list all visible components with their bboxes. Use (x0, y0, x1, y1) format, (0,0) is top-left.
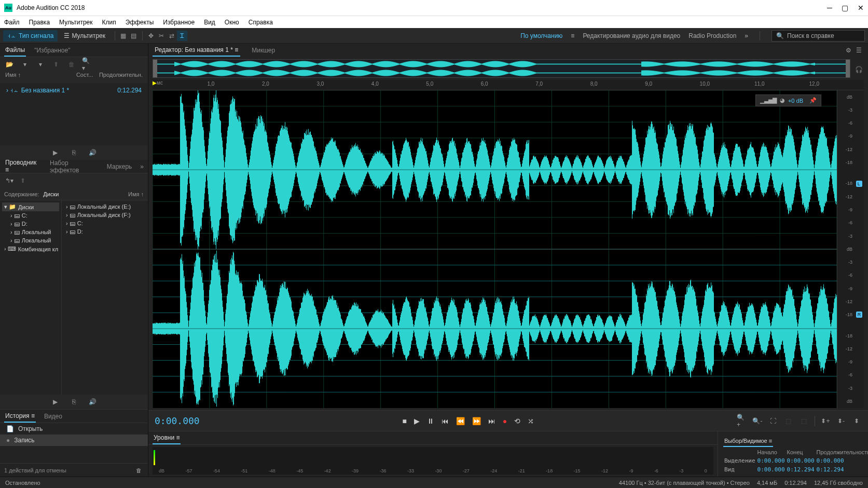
workspace-more-icon[interactable]: » (745, 32, 748, 39)
move-tool[interactable]: ✥ (146, 31, 156, 41)
list-item[interactable]: › 🖴 Локальный диск (F:) (64, 211, 146, 219)
zoom-full-icon[interactable]: ⛶ (768, 416, 778, 426)
tab-mixer[interactable]: Микшер (250, 45, 277, 56)
waveform-display[interactable]: ▁▃▅▇ ◕ +0 dB 📌 (153, 90, 837, 408)
workspace-default[interactable]: По умолчанию (520, 32, 562, 39)
record-button[interactable]: ● (503, 417, 507, 425)
list-item[interactable]: › 🖴 C: (64, 219, 146, 227)
workspace-editaudio[interactable]: Редактирование аудио для видео (583, 32, 680, 39)
play-icon[interactable]: ▶ (50, 147, 61, 158)
time-display[interactable]: 0:00.000 (155, 415, 200, 426)
zoom-out-amp-icon[interactable]: ⬍- (836, 416, 846, 426)
workspace-menu-icon[interactable]: ≡ (571, 32, 574, 39)
loop-button[interactable]: ⟲ (514, 417, 520, 425)
pause-button[interactable]: ⏸ (427, 417, 434, 425)
menu-effects[interactable]: Эффекты (126, 19, 154, 26)
tab-video[interactable]: Видео (43, 411, 63, 422)
razor-tool[interactable]: ✂ (156, 31, 167, 41)
menu-clip[interactable]: Клип (102, 19, 116, 26)
playhead-marker[interactable]: ▶мс (153, 80, 163, 86)
skip-selection-button[interactable]: ⤮ (528, 417, 534, 425)
overview-waveform[interactable] (153, 59, 850, 78)
tree-node[interactable]: ▾ 📁 Диски (2, 202, 59, 211)
play-icon[interactable]: ▶ (50, 397, 61, 407)
zoom-in-icon[interactable]: 🔍+ (737, 416, 747, 426)
tree-node[interactable]: › 🖴 Локальный (2, 236, 59, 245)
tree-node[interactable]: › ⌨ Комбинация кл (2, 245, 59, 253)
tab-levels[interactable]: Уровни ≡ (153, 432, 181, 444)
stop-button[interactable]: ■ (402, 417, 406, 425)
time-ruler[interactable]: ▶мс 1,02,03,04,05,06,07,08,09,010,011,01… (153, 80, 864, 90)
history-item[interactable]: 📄Открыть (0, 423, 148, 435)
col-duration[interactable]: Продолжительн. (99, 72, 143, 83)
loop-icon[interactable]: ⎘ (69, 147, 79, 158)
goto-end-button[interactable]: ⏭ (488, 417, 495, 425)
rewind-button[interactable]: ⏪ (456, 417, 465, 425)
sel-dur[interactable]: 0:00.000 (816, 456, 868, 465)
slip-tool[interactable]: ⇄ (167, 31, 177, 41)
sel-start[interactable]: 0:00.000 (756, 456, 786, 465)
multitrack-view-button[interactable]: ☰ Мультитрек (60, 30, 109, 42)
zoom-in-amp-icon[interactable]: ⬍+ (820, 416, 831, 426)
menu-multitrack[interactable]: Мультитрек (59, 19, 92, 26)
menu-file[interactable]: Файл (4, 19, 20, 26)
tab-history[interactable]: История ≡ (4, 410, 36, 423)
menu-favorites[interactable]: Избранное (163, 19, 195, 26)
history-item[interactable]: ●Запись (0, 435, 148, 446)
panel-menu-icon[interactable]: ☰ (853, 45, 864, 56)
zoom-reset-amp-icon[interactable]: ⬍ (851, 416, 862, 426)
autoplay-icon[interactable]: 🔊 (88, 147, 98, 158)
tree-node[interactable]: › 🖴 Локальный (2, 228, 59, 236)
file-row[interactable]: › ⫞⫠ Без названия 1 * 0:12.294 (2, 85, 146, 96)
maximize-button[interactable]: ▢ (842, 4, 848, 12)
headphones-icon[interactable]: 🎧 (853, 64, 864, 75)
goto-start-button[interactable]: ⏮ (442, 417, 449, 425)
list-item[interactable]: › 🖴 Локальный диск (E:) (64, 202, 146, 211)
zoom-out-icon[interactable]: 🔍- (752, 416, 763, 426)
forward-button[interactable]: ⏩ (472, 417, 481, 425)
menu-edit[interactable]: Правка (29, 19, 50, 26)
minimize-button[interactable]: ─ (827, 4, 832, 12)
tree-node[interactable]: › 🖴 D: (2, 220, 59, 228)
view-end[interactable]: 0:12.294 (786, 465, 816, 474)
nav-up-icon[interactable]: ↰▾ (4, 175, 15, 186)
view-dur[interactable]: 0:12.294 (816, 465, 868, 474)
time-selection-tool[interactable]: Ꮖ (177, 31, 187, 41)
spectral-pitch-button[interactable]: ▤ (129, 31, 139, 41)
autoplay-icon[interactable]: 🔊 (88, 397, 98, 407)
close-button[interactable]: ✕ (858, 4, 864, 12)
tree-node[interactable]: › 🖴 C: (2, 211, 59, 220)
view-start[interactable]: 0:00.000 (756, 465, 786, 474)
menu-help[interactable]: Справка (249, 19, 273, 26)
menu-view[interactable]: Вид (204, 19, 215, 26)
filter-icon[interactable]: 🔍▾ (82, 59, 92, 70)
workspace-radio[interactable]: Radio Production (688, 32, 736, 39)
overview-handle-left[interactable] (153, 60, 157, 77)
list-item[interactable]: › 🖴 D: (64, 227, 146, 236)
list-col-name[interactable]: Имя ↑ (128, 191, 144, 197)
open-file-icon[interactable]: 📂 (4, 59, 15, 70)
play-button[interactable]: ▶ (414, 417, 420, 425)
gear-icon[interactable]: ⚙ (843, 45, 853, 56)
content-value[interactable]: Диски (43, 191, 59, 197)
tab-favorites[interactable]: "Избранное" (33, 45, 71, 56)
loop-icon[interactable]: ⎘ (69, 397, 79, 407)
overview-handle-right[interactable] (846, 60, 850, 77)
menu-window[interactable]: Окно (225, 19, 239, 26)
import-icon[interactable]: ▾ (35, 59, 46, 70)
sel-end[interactable]: 0:00.000 (786, 456, 816, 465)
more-tabs-icon[interactable]: » (140, 163, 144, 170)
trash-icon[interactable]: 🗑 (133, 465, 144, 476)
hud-overlay[interactable]: ▁▃▅▇ ◕ +0 dB 📌 (755, 94, 821, 106)
new-file-icon[interactable]: ▾ (20, 59, 30, 70)
tab-editor[interactable]: Редактор: Без названия 1 * ≡ (153, 44, 240, 57)
spectral-freq-button[interactable]: ▦ (118, 31, 129, 41)
tab-markers[interactable]: Маркерь (106, 161, 133, 172)
col-name[interactable]: Имя ↑ (5, 72, 76, 83)
tab-selection[interactable]: Выбор/Видимое ≡ (723, 436, 773, 447)
tab-files[interactable]: Файлы (4, 44, 26, 57)
col-state[interactable]: Сост... (76, 72, 99, 83)
help-search[interactable]: 🔍 Поиск в справке (771, 30, 865, 42)
pin-icon[interactable]: 📌 (809, 97, 817, 104)
waveform-view-button[interactable]: ⫞⫠ Тип сигнала (3, 30, 58, 42)
